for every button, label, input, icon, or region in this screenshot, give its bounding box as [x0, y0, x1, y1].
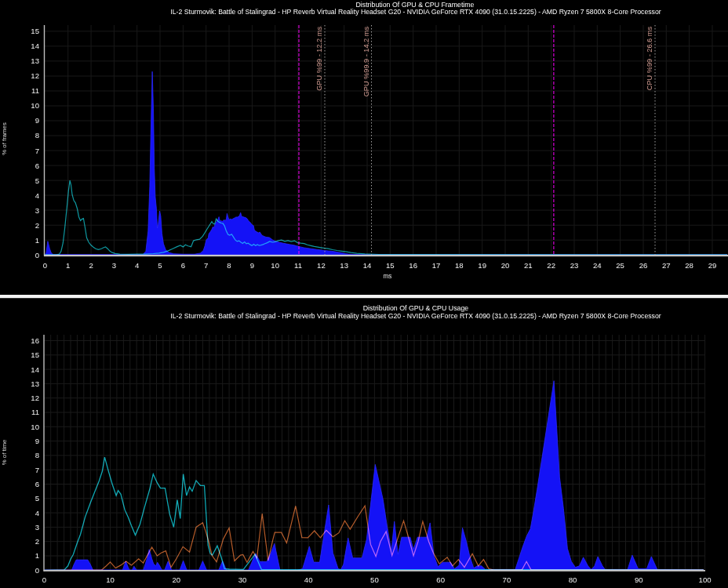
svg-text:ms: ms — [384, 273, 392, 280]
svg-text:24: 24 — [593, 261, 602, 270]
svg-text:4: 4 — [35, 191, 40, 200]
svg-text:16: 16 — [409, 261, 417, 270]
svg-text:0: 0 — [35, 251, 39, 260]
svg-text:0: 0 — [43, 261, 47, 270]
svg-text:14: 14 — [31, 42, 39, 50]
svg-text:% of frames: % of frames — [1, 122, 8, 155]
svg-text:90: 90 — [635, 575, 643, 584]
svg-text:100: 100 — [699, 575, 712, 584]
svg-text:70: 70 — [503, 575, 511, 584]
svg-text:Distribution Of GPU & CPU Usag: Distribution Of GPU & CPU Usage — [363, 304, 469, 312]
svg-text:0: 0 — [35, 566, 39, 575]
svg-text:60: 60 — [436, 575, 445, 584]
svg-text:25: 25 — [616, 261, 624, 270]
svg-text:2: 2 — [35, 221, 39, 230]
svg-text:% of time: % of time — [1, 440, 8, 466]
svg-text:3: 3 — [35, 523, 39, 532]
svg-text:40: 40 — [304, 575, 313, 584]
svg-text:1: 1 — [35, 551, 39, 560]
svg-text:6: 6 — [35, 162, 39, 170]
svg-text:13: 13 — [31, 56, 39, 65]
svg-text:3: 3 — [112, 261, 116, 270]
svg-text:13: 13 — [340, 261, 348, 270]
svg-text:8: 8 — [35, 451, 39, 459]
svg-text:21: 21 — [524, 261, 533, 270]
svg-text:12: 12 — [317, 261, 326, 270]
svg-text:3: 3 — [35, 206, 39, 215]
svg-text:16: 16 — [31, 336, 39, 345]
svg-text:GPU %99.9 - 14.2 ms: GPU %99.9 - 14.2 ms — [362, 27, 370, 97]
svg-text:11: 11 — [294, 261, 302, 270]
svg-text:6: 6 — [35, 480, 39, 488]
svg-text:7: 7 — [204, 261, 208, 270]
svg-text:GPU %99 - 12.2 ms: GPU %99 - 12.2 ms — [315, 27, 323, 91]
svg-text:5: 5 — [35, 176, 39, 185]
svg-text:23: 23 — [570, 261, 579, 270]
svg-text:11: 11 — [31, 408, 39, 416]
svg-text:17: 17 — [432, 261, 441, 270]
svg-text:9: 9 — [250, 261, 254, 270]
svg-text:IL-2 Sturmovik: Battle of Stal: IL-2 Sturmovik: Battle of Stalingrad - H… — [170, 8, 661, 16]
svg-text:20: 20 — [501, 261, 510, 270]
svg-text:7: 7 — [35, 466, 39, 474]
svg-text:5: 5 — [158, 261, 162, 270]
svg-text:26: 26 — [639, 261, 648, 270]
svg-text:4: 4 — [135, 261, 140, 270]
svg-text:CPU %99 - 26.6 ms: CPU %99 - 26.6 ms — [646, 27, 653, 91]
svg-text:29: 29 — [708, 261, 717, 270]
svg-text:20: 20 — [172, 575, 180, 584]
svg-text:8: 8 — [35, 131, 39, 140]
svg-text:10: 10 — [106, 575, 115, 584]
svg-text:13: 13 — [31, 379, 39, 388]
svg-text:IL-2 Sturmovik: Battle of Stal: IL-2 Sturmovik: Battle of Stalingrad - H… — [170, 312, 661, 320]
svg-text:4: 4 — [35, 509, 40, 517]
svg-text:1: 1 — [35, 236, 39, 245]
svg-text:10: 10 — [31, 101, 39, 110]
svg-text:15: 15 — [31, 27, 39, 35]
svg-text:7: 7 — [35, 147, 39, 155]
svg-text:12: 12 — [31, 394, 39, 402]
svg-text:27: 27 — [662, 261, 671, 270]
svg-text:6: 6 — [181, 261, 185, 270]
svg-text:9: 9 — [35, 437, 39, 445]
svg-text:14: 14 — [31, 365, 39, 374]
svg-text:1: 1 — [66, 261, 70, 270]
svg-text:18: 18 — [455, 261, 464, 270]
svg-text:0: 0 — [42, 575, 46, 584]
svg-text:10: 10 — [271, 261, 279, 270]
svg-text:2: 2 — [35, 537, 39, 546]
svg-text:9: 9 — [35, 116, 39, 125]
svg-text:11: 11 — [31, 86, 39, 95]
svg-text:28: 28 — [685, 261, 693, 270]
svg-text:50: 50 — [370, 575, 379, 584]
svg-text:14: 14 — [363, 261, 372, 270]
svg-text:2: 2 — [89, 261, 93, 270]
svg-text:15: 15 — [386, 261, 395, 270]
svg-text:10: 10 — [31, 423, 39, 431]
svg-text:80: 80 — [569, 575, 577, 584]
svg-text:8: 8 — [227, 261, 231, 270]
svg-text:12: 12 — [31, 71, 39, 80]
svg-text:22: 22 — [547, 261, 555, 270]
svg-text:19: 19 — [478, 261, 486, 270]
svg-text:30: 30 — [238, 575, 247, 584]
svg-text:5: 5 — [35, 494, 39, 503]
svg-text:15: 15 — [31, 350, 39, 359]
